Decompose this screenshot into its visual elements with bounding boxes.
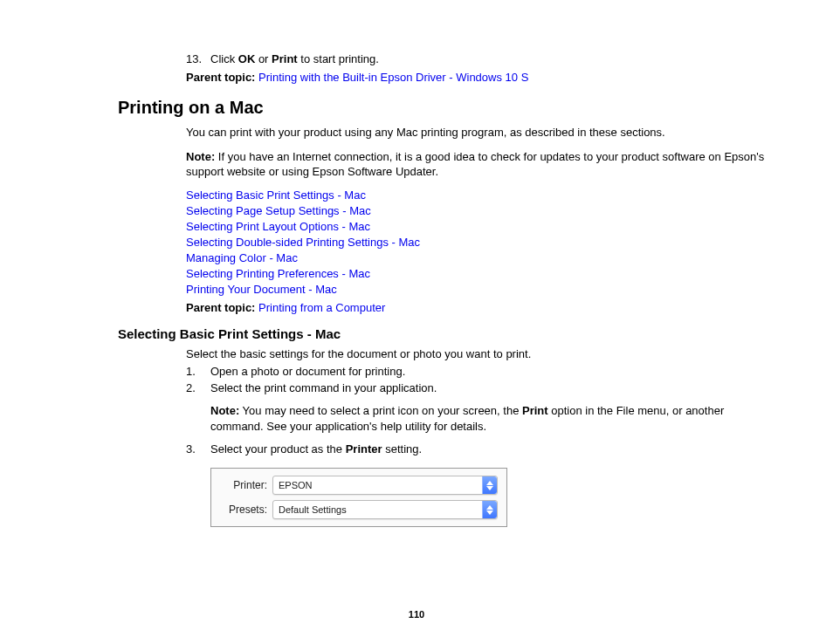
step-13: 13. Click OK or Print to start printing. [186,52,798,65]
topic-links: Selecting Basic Print Settings - Mac Sel… [186,188,798,296]
printer-dropdown[interactable]: EPSON [272,476,498,495]
step-3-text: Select your product as the Printer setti… [210,442,422,456]
intro-text: You can print with your product using an… [186,125,798,140]
heading-printing-mac: Printing on a Mac [118,98,798,118]
step-1: 1. Open a photo or document for printing… [186,365,798,378]
link-basic-settings[interactable]: Selecting Basic Print Settings - Mac [186,188,798,202]
link-managing-color[interactable]: Managing Color - Mac [186,251,798,264]
link-printing-prefs[interactable]: Selecting Printing Preferences - Mac [186,267,798,280]
print-settings-panel: Printer: EPSON Presets: Default Settings [210,468,507,527]
link-printing-doc[interactable]: Printing Your Document - Mac [186,283,798,296]
presets-dropdown[interactable]: Default Settings [272,500,498,519]
step-2: 2. Select the print command in your appl… [186,381,798,394]
step-text: Click OK or Print to start printing. [210,52,379,65]
link-page-setup[interactable]: Selecting Page Setup Settings - Mac [186,204,798,217]
link-layout-options[interactable]: Selecting Print Layout Options - Mac [186,220,798,233]
page-number: 110 [0,609,833,620]
parent-topic-2: Parent topic: Printing from a Computer [186,301,798,314]
printer-label: Printer: [220,479,272,491]
svg-marker-1 [486,486,493,490]
link-double-sided[interactable]: Selecting Double-sided Printing Settings… [186,236,798,249]
step-number: 13. [186,52,210,65]
parent-topic-link-1[interactable]: Printing with the Built-in Epson Driver … [258,71,528,84]
presets-label: Presets: [220,504,272,516]
parent-topic-link-2[interactable]: Printing from a Computer [258,301,385,314]
chevron-updown-icon [482,476,497,494]
svg-marker-0 [486,481,493,485]
note-updates: Note: If you have an Internet connection… [186,149,798,180]
chevron-updown-icon [482,501,497,518]
svg-marker-2 [486,505,493,510]
parent-topic-1: Parent topic: Printing with the Built-in… [186,71,798,84]
heading-basic-settings: Selecting Basic Print Settings - Mac [118,326,798,341]
step-3: 3. Select your product as the Printer se… [186,442,798,456]
note-print-command: Note: You may need to select a print ico… [210,403,761,434]
svg-marker-3 [486,510,493,515]
sub-intro-text: Select the basic settings for the docume… [186,346,798,362]
